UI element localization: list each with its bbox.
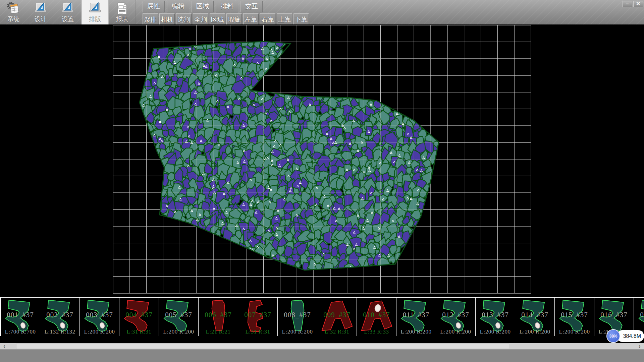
scroll-right-icon: › [639, 344, 640, 349]
tab-settings[interactable]: 设置 [54, 0, 82, 24]
piece-counts: L:200 R:200 [436, 328, 475, 335]
hide-nesting-view [0, 24, 644, 297]
piece-thumbnail[interactable]: 001_#37 L:700 R:700 [1, 298, 40, 336]
tab-label: 设置 [62, 16, 74, 22]
piece-number: 002_#37 [40, 311, 79, 319]
piece-counts: L:31 R:31 [119, 328, 159, 335]
piece-counts: L:700 R:700 [1, 328, 40, 335]
design-ruler-icon [61, 1, 75, 15]
piece-number: 011_#37 [396, 311, 436, 319]
piece-thumbnail[interactable]: 014_#37 L:200 R:200 [515, 298, 555, 336]
piece-number: 015_#37 [555, 311, 594, 319]
tab-design[interactable]: 设计 [27, 0, 54, 24]
memory-badge: 384.8M [616, 330, 644, 342]
scrollbar-thumb[interactable] [16, 344, 509, 349]
tab-label: 设计 [35, 16, 47, 22]
piece-counts: L:200 R:200 [80, 328, 119, 335]
nesting-canvas[interactable] [0, 24, 644, 297]
design-ruler-icon [88, 1, 102, 15]
scroll-left-button[interactable]: ‹ [0, 343, 9, 349]
main-tabs: 系统 设计 设置 排版 [0, 0, 136, 24]
close-icon: ✕ [636, 1, 640, 6]
piece-thumbnail[interactable]: 007_#37 L:31 R:31 [238, 298, 278, 336]
piece-thumbnail[interactable]: 005_#37 L:200 R:200 [159, 298, 199, 336]
tab-label: 系统 [7, 16, 19, 22]
menu-properties[interactable]: 属性 [143, 1, 165, 12]
piece-counts: L:200 R:200 [476, 328, 515, 335]
scroll-left-icon: ‹ [3, 344, 5, 349]
menu-interact[interactable]: 交互 [240, 1, 263, 12]
piece-thumbnail[interactable]: 011_#37 L:200 R:200 [396, 298, 436, 336]
piece-counts: L:200 R:200 [278, 328, 317, 335]
piece-number: 004_#37 [119, 311, 159, 319]
piece-thumbnail[interactable]: 008_#37 L:200 R:200 [278, 298, 317, 336]
tab-label: 排版 [89, 16, 101, 22]
tab-report[interactable]: 报表 [109, 0, 136, 24]
piece-number: 001_#37 [1, 311, 40, 319]
piece-counts: L:21 R:21 [199, 328, 238, 335]
gear-table-icon [6, 1, 20, 15]
menu-row: 属性编辑区域排料交互 [143, 1, 310, 12]
menu-nesting[interactable]: 排料 [216, 1, 238, 12]
design-ruler-icon [34, 1, 48, 15]
piece-number: 013_#37 [476, 311, 515, 319]
piece-counts: L:200 R:200 [396, 328, 436, 335]
piece-number: 016_#37 [594, 311, 634, 319]
tab-system[interactable]: 系统 [0, 0, 27, 24]
status-bar [0, 349, 644, 362]
window-controls: – ✕ [623, 1, 643, 7]
tab-label: 报表 [116, 16, 128, 22]
piece-number: 005_#37 [159, 311, 198, 319]
pieces-strip: 001_#37 L:700 R:700 002_#37 L:132 R:132 … [0, 297, 644, 336]
piece-number: 007_#37 [238, 311, 277, 319]
application-window: 系统 设计 设置 排版 [0, 0, 644, 362]
minimize-button[interactable]: – [623, 1, 632, 7]
piece-thumbnail[interactable]: 002_#37 L:132 R:132 [40, 298, 80, 336]
menu-edit[interactable]: 编辑 [167, 1, 189, 12]
piece-counts: L:200 R:200 [159, 328, 198, 335]
progress-value: 38% [609, 334, 617, 339]
piece-number: 008_#37 [278, 311, 317, 319]
piece-thumbnail[interactable]: 004_#37 L:31 R:31 [119, 298, 159, 336]
report-icon [115, 1, 129, 15]
minimize-icon: – [626, 1, 629, 6]
piece-number: 014_#37 [515, 311, 554, 319]
piece-counts: L:132 R:132 [40, 328, 79, 335]
scroll-right-button[interactable]: › [635, 343, 644, 349]
piece-counts: L:32 R:31 [317, 328, 357, 335]
menu-region[interactable]: 区域 [192, 1, 214, 12]
close-button[interactable]: ✕ [633, 1, 643, 7]
menubar: 属性编辑区域排料交互 聚排相机选割全割区域瑕疵左靠右靠上靠下靠 [143, 0, 310, 26]
piece-counts: L:200 R:200 [555, 328, 594, 335]
piece-thumbnail[interactable]: 013_#37 L:200 R:200 [476, 298, 515, 336]
piece-counts: L:200 R:200 [515, 328, 554, 335]
piece-thumbnail[interactable]: 003_#37 L:200 R:200 [80, 298, 119, 336]
nested-pieces [137, 35, 439, 275]
piece-thumbnail[interactable]: 012_#37 L:200 R:200 [436, 298, 476, 336]
piece-counts: L:31 R:31 [238, 328, 277, 335]
piece-number: 017_#37 [634, 311, 644, 319]
piece-number: 010_#37 [357, 311, 396, 319]
piece-thumbnail[interactable]: 010_#37 L:33 R:33 [357, 298, 396, 336]
tab-layout[interactable]: 排版 [82, 0, 109, 24]
piece-thumbnail[interactable]: 006_#37 L:21 R:21 [199, 298, 238, 336]
piece-thumbnail[interactable]: 015_#37 L:200 R:200 [555, 298, 594, 336]
piece-number: 006_#37 [199, 311, 238, 319]
horizontal-scrollbar[interactable]: ‹ › [0, 343, 644, 349]
memory-value: 384.8M [623, 333, 641, 339]
progress-badge: 38% [606, 329, 620, 343]
piece-thumbnail[interactable]: 009_#37 L:32 R:31 [317, 298, 357, 336]
toolbar: 系统 设计 设置 排版 [0, 0, 644, 24]
piece-number: 003_#37 [80, 311, 119, 319]
piece-number: 009_#37 [317, 311, 357, 319]
piece-counts: L:33 R:33 [357, 328, 396, 335]
piece-number: 012_#37 [436, 311, 475, 319]
